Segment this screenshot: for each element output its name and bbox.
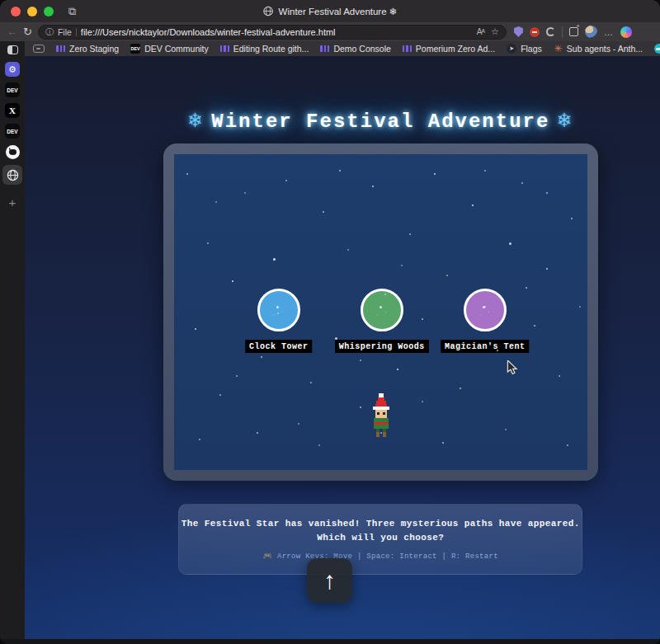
privacy-shield-extension-icon[interactable]	[514, 26, 523, 37]
bookmark-pomerium-zero[interactable]: Pomerium Zero Ad...	[403, 44, 495, 54]
bookmark-zero-staging[interactable]: Zero Staging	[56, 44, 119, 54]
snow-dot	[277, 313, 279, 314]
player-elf-sprite	[365, 393, 398, 441]
profile-avatar[interactable]	[585, 26, 597, 38]
snow-dot	[310, 382, 312, 383]
bookmark-sub-agents[interactable]: ✳ Sub agents - Anth...	[554, 44, 643, 54]
snow-dot	[244, 192, 246, 194]
snow-dot	[273, 258, 276, 261]
location-whispering-woods[interactable]: Whispering Woods	[358, 289, 406, 336]
bookmark-dev-community[interactable]: DEV DEV Community	[130, 44, 209, 54]
sidebar-add-icon[interactable]: +	[9, 195, 16, 209]
more-menu-icon[interactable]: …	[604, 27, 614, 37]
address-bar[interactable]: ⓘ File file:///Users/nicktaylor/Download…	[38, 25, 507, 40]
flag-icon: ➤	[507, 44, 516, 54]
window-bottom-edge	[0, 639, 660, 644]
edge-sidebar: ⚙ DEV X DEV +	[0, 41, 25, 644]
globe-icon	[7, 169, 19, 181]
bookmark-editing-route[interactable]: Editing Route gith...	[220, 44, 309, 54]
tab-overview-icon[interactable]: ⧉	[68, 6, 76, 16]
location-label: Magician's Tent	[441, 340, 530, 353]
zoom-window-button[interactable]	[44, 7, 54, 16]
pomerium-icon	[56, 45, 65, 52]
snow-dot	[215, 201, 217, 203]
snow-dot	[526, 287, 527, 289]
snow-dot	[236, 375, 238, 377]
whispering-woods-circle[interactable]	[361, 289, 403, 331]
location-label: Whispering Woods	[335, 340, 429, 353]
snow-dot	[232, 280, 233, 282]
snow-dot	[434, 173, 436, 175]
keypress-overlay: ↑	[307, 558, 352, 603]
pomerium-icon	[403, 45, 412, 52]
game-canvas[interactable]: Clock Tower Whispering Woods Magician's …	[174, 154, 587, 470]
sidebar-item-github[interactable]	[5, 144, 20, 159]
ring-extension-icon[interactable]	[546, 27, 555, 36]
bookmark-label: Zero Staging	[69, 44, 119, 54]
snow-dot	[401, 265, 403, 266]
bookmark-demo-console[interactable]: Demo Console	[320, 44, 390, 54]
sidebar-item-globe-active[interactable]	[2, 165, 22, 185]
favorite-star-icon[interactable]: ☆	[491, 26, 499, 37]
snow-dot	[446, 275, 448, 276]
active-tab[interactable]: Winter Festival Adventure ❄	[263, 6, 398, 17]
controls-hint: 🎮 Arrow Keys: Move | Space: Interact | R…	[263, 552, 498, 561]
bookmark-label: Editing Route gith...	[233, 44, 309, 54]
snow-dot	[571, 218, 573, 219]
claude-icon: ✳	[554, 45, 563, 54]
site-info-icon[interactable]: ⓘ	[45, 26, 54, 38]
snow-dot	[460, 388, 461, 389]
snow-dot	[442, 442, 444, 444]
snow-dot	[484, 170, 486, 172]
minimize-window-button[interactable]	[27, 7, 37, 16]
snow-dot	[509, 242, 512, 245]
github-icon	[6, 145, 20, 159]
snow-dot	[323, 211, 324, 213]
snow-dot	[261, 356, 262, 358]
extension-area: …	[514, 26, 632, 38]
snow-dot	[579, 306, 581, 308]
snow-dot	[397, 369, 398, 370]
clock-tower-circle[interactable]	[257, 289, 300, 331]
snow-dot	[559, 375, 560, 377]
sidebar-item-gear-app[interactable]: ⚙	[5, 62, 20, 77]
snow-dot	[318, 444, 320, 446]
copilot-icon[interactable]	[620, 26, 632, 38]
snow-dot	[186, 173, 188, 175]
collections-icon[interactable]	[569, 27, 578, 36]
dev-icon: DEV	[130, 44, 140, 54]
location-magicians-tent[interactable]: Magician's Tent	[461, 289, 509, 336]
close-window-button[interactable]	[11, 7, 21, 16]
sidebar-item-x-twitter[interactable]: X	[5, 103, 20, 118]
bookmark-label: Sub agents - Anth...	[567, 44, 643, 54]
snow-dot	[372, 186, 374, 187]
sidebar-panel-icon[interactable]	[7, 45, 18, 54]
navigation-toolbar: ← ↻ ⓘ File file:///Users/nicktaylor/Down…	[0, 22, 660, 41]
back-icon[interactable]: ←	[7, 26, 17, 37]
globe-favicon-icon	[263, 6, 274, 16]
url-text[interactable]: file:///Users/nicktaylor/Downloads/winte…	[81, 27, 473, 37]
sidebar-item-dev[interactable]: DEV	[5, 82, 20, 97]
page-title: ❄Winter Festival Adventure❄	[25, 107, 660, 134]
snow-dot	[257, 432, 258, 434]
magicians-tent-circle[interactable]	[464, 289, 507, 331]
url-divider	[76, 28, 77, 36]
traffic-lights	[11, 7, 54, 16]
bookmark-flags[interactable]: ➤ Flags	[507, 44, 542, 54]
location-label: Clock Tower	[245, 340, 313, 353]
mouse-cursor	[507, 360, 518, 375]
snow-dot	[534, 325, 535, 327]
titlebar: ⧉ Winter Festival Adventure ❄	[0, 0, 660, 22]
snow-dot	[505, 429, 507, 430]
snow-dot	[422, 318, 423, 320]
reload-icon[interactable]: ↻	[23, 26, 32, 37]
bookmark-mod-mail[interactable]: Mod Mail	[654, 44, 660, 54]
sidebar-item-dev-2[interactable]: DEV	[5, 124, 20, 139]
snow-dot	[546, 268, 548, 270]
read-aloud-icon[interactable]: Aᴬ	[477, 27, 484, 36]
bookmarks-device-icon[interactable]	[33, 45, 45, 53]
bookmark-label: Demo Console	[333, 44, 390, 54]
snow-dot	[360, 360, 361, 361]
adblock-extension-icon[interactable]	[530, 27, 540, 37]
snow-dot	[472, 204, 474, 206]
